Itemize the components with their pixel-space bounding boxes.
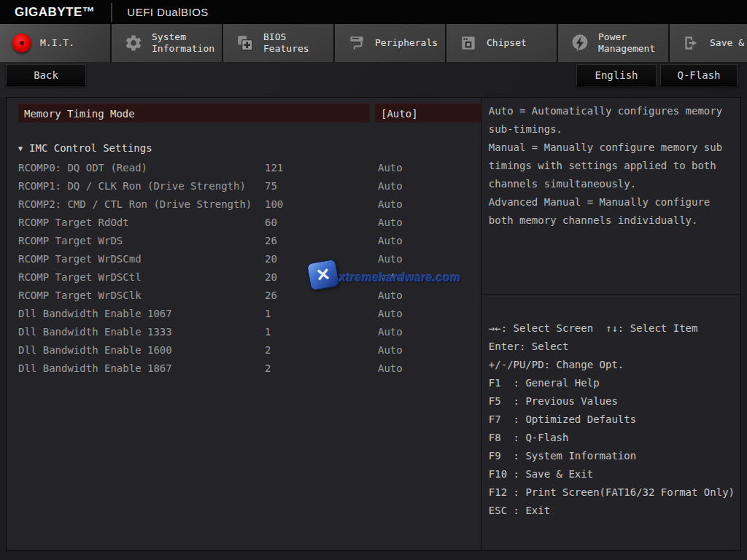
key-hint-line: F5 : Previous Values (489, 392, 735, 411)
setting-label: RCOMP2: CMD / CTL Ron (Drive Strength) (18, 198, 265, 210)
firmware-title: UEFI DualBIOS (112, 6, 209, 18)
key-hint-line: F10 : Save & Exit (489, 465, 735, 483)
setting-label: Dll Bandwidth Enable 1067 (18, 308, 265, 319)
toolbar-row: Back English Q-Flash (0, 62, 747, 97)
help-line: both memory channels individually. (489, 211, 733, 230)
setting-label: RCOMP1: DQ / CLK Ron (Drive Strength) (18, 180, 265, 192)
peripherals-icon (347, 33, 367, 53)
tab-label: Power Management (598, 31, 668, 55)
setting-label: Dll Bandwidth Enable 1867 (18, 362, 265, 374)
settings-list: RCOMP0: DQ ODT (Read) 121 Auto RCOMP1: D… (7, 158, 499, 377)
help-line: Advanced Manual = Manually configure (489, 193, 733, 211)
help-line: Manual = Manually configure memory sub (489, 139, 733, 157)
setting-label: RCOMP Target RdOdt (18, 217, 265, 228)
key-hint-line: →←: Select Screen ↑↓: Select Item (489, 319, 735, 338)
language-button[interactable]: English (576, 64, 657, 86)
key-hint-line: Enter: Select (489, 338, 735, 356)
section-title: IMC Control Settings (29, 142, 152, 154)
setting-row[interactable]: RCOMP Target WrDSCmd 20 Auto (7, 249, 499, 268)
qflash-button[interactable]: Q-Flash (660, 64, 738, 86)
setting-value: 2 (265, 344, 378, 356)
gigabyte-logo: GIGABYTE™ (0, 5, 111, 20)
chipset-icon (458, 33, 479, 53)
key-hint-line: F9 : System Information (489, 447, 735, 465)
tab-label: Peripherals (375, 37, 445, 49)
help-line: channels simultaneously. (489, 175, 733, 193)
setting-label: RCOMP Target WrDSClk (18, 289, 265, 301)
setting-row[interactable]: Dll Bandwidth Enable 1067 1 Auto (7, 304, 499, 322)
tab-label: Save & Exit (710, 37, 747, 49)
setting-value: 26 (265, 235, 378, 246)
setting-row[interactable]: RCOMP Target RdOdt 60 Auto (7, 213, 499, 231)
key-hint-line: F7 : Optimized Defaults (489, 411, 735, 429)
setting-value: 75 (265, 180, 378, 192)
setting-value: 121 (265, 162, 378, 174)
setting-label: RCOMP Target WrDSCmd (18, 253, 265, 265)
settings-panel: Memory Timing Mode [Auto] ▼ IMC Control … (7, 98, 481, 550)
item-help-text: Auto = Automatically configures memory s… (481, 98, 740, 295)
setting-value: 26 (265, 289, 378, 301)
setting-row[interactable]: Dll Bandwidth Enable 1333 1 Auto (7, 322, 499, 341)
setting-row[interactable]: RCOMP Target WrDSCtl 20 Auto (7, 268, 499, 286)
tab-save-exit[interactable]: Save & Exit (670, 24, 747, 62)
key-hint-line: ESC : Exit (489, 502, 735, 520)
collapse-triangle-icon: ▼ (18, 144, 23, 152)
key-hint-line: F1 : General Help (489, 374, 735, 392)
setting-label: Dll Bandwidth Enable 1600 (18, 344, 265, 356)
tab-system-information[interactable]: System Information (112, 24, 222, 62)
setting-row[interactable]: RCOMP2: CMD / CTL Ron (Drive Strength) 1… (7, 195, 499, 213)
setting-value: 20 (265, 271, 378, 283)
help-line: sub-timings. (489, 120, 733, 139)
setting-row[interactable]: Dll Bandwidth Enable 1867 2 Auto (7, 359, 499, 377)
selected-setting-row[interactable]: Memory Timing Mode [Auto] (18, 104, 487, 122)
setting-value: 60 (265, 217, 378, 228)
setting-label: RCOMP0: DQ ODT (Read) (18, 162, 265, 174)
back-button[interactable]: Back (6, 64, 86, 86)
setting-label: RCOMP Target WrDS (18, 235, 265, 246)
top-bar: GIGABYTE™ UEFI DualBIOS (0, 0, 747, 24)
setting-value: 1 (265, 326, 378, 338)
key-hint-line: +/-/PU/PD: Change Opt. (489, 356, 735, 374)
imc-section-header[interactable]: ▼ IMC Control Settings (18, 142, 152, 154)
help-line: timings with settings applied to both (489, 157, 733, 175)
tab-label: Chipset (487, 37, 557, 49)
setting-value: 100 (265, 198, 378, 210)
help-panel: Auto = Automatically configures memory s… (481, 98, 740, 550)
tab-mit[interactable]: M.I.T. (0, 24, 110, 62)
setting-row[interactable]: Dll Bandwidth Enable 1600 2 Auto (7, 341, 499, 359)
setting-row[interactable]: RCOMP1: DQ / CLK Ron (Drive Strength) 75… (7, 176, 499, 195)
setting-value: 1 (265, 308, 378, 319)
setting-row[interactable]: RCOMP Target WrDSClk 26 Auto (7, 286, 499, 304)
bios-screen: { "header": { "brand": "GIGABYTE™", "tit… (0, 0, 747, 560)
tab-label: BIOS Features (263, 31, 333, 55)
key-hint-line: F12 : Print Screen(FAT16/32 Format Only) (489, 483, 735, 502)
bios-icon (235, 33, 255, 53)
tab-bar: M.I.T. System Information BIOS Features … (0, 24, 747, 62)
setting-value: 2 (265, 362, 378, 374)
key-hint-line: F8 : Q-Flash (489, 429, 735, 447)
save-exit-icon (681, 33, 702, 53)
setting-row[interactable]: RCOMP0: DQ ODT (Read) 121 Auto (7, 158, 499, 176)
setting-label: Dll Bandwidth Enable 1333 (18, 326, 265, 338)
help-line: Auto = Automatically configures memory (489, 102, 733, 120)
tab-power-management[interactable]: Power Management (558, 24, 668, 62)
selected-setting-label: Memory Timing Mode (18, 104, 370, 122)
power-icon (570, 33, 590, 53)
tab-label: System Information (152, 31, 222, 55)
selected-setting-value[interactable]: [Auto] (375, 104, 487, 122)
tab-peripherals[interactable]: Peripherals (335, 24, 445, 62)
gear-icon (123, 33, 144, 53)
key-hints: →←: Select Screen ↑↓: Select Item Enter:… (481, 295, 740, 520)
setting-label: RCOMP Target WrDSCtl (18, 271, 265, 283)
setting-value: 20 (265, 253, 378, 265)
tab-label: M.I.T. (40, 37, 110, 49)
setting-row[interactable]: RCOMP Target WrDS 26 Auto (7, 231, 499, 249)
tab-chipset[interactable]: Chipset (446, 24, 557, 62)
tab-bios-features[interactable]: BIOS Features (223, 24, 333, 62)
red-dot-icon (12, 33, 32, 53)
content-frame: Memory Timing Mode [Auto] ▼ IMC Control … (6, 97, 741, 551)
